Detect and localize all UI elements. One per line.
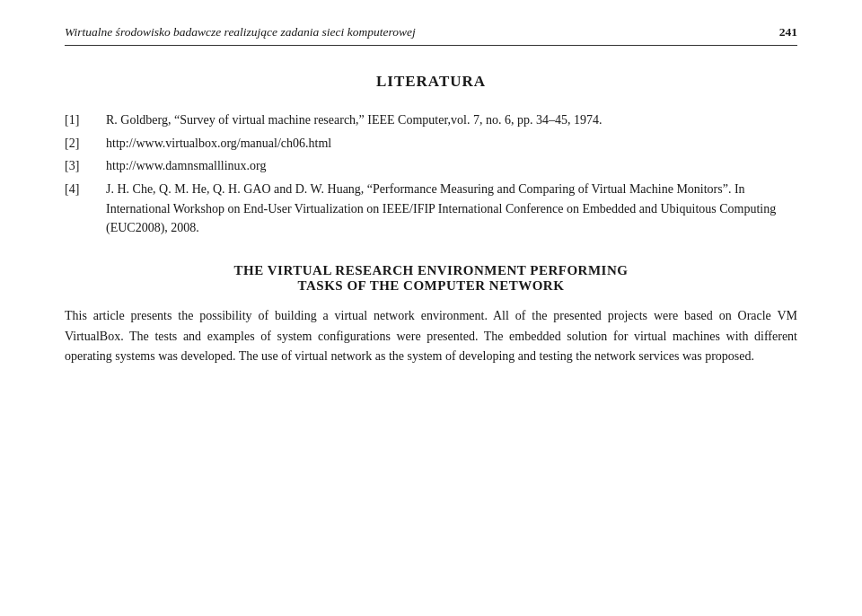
ref-text-4: J. H. Che, Q. M. He, Q. H. GAO and D. W.…: [106, 180, 797, 238]
ref-text-3: http://www.damnsmalllinux.org: [106, 156, 797, 176]
english-section-title: THE VIRTUAL RESEARCH ENVIRONMENT PERFORM…: [65, 263, 797, 294]
ref-num-1: [1]: [65, 110, 106, 130]
abstract-text: This article presents the possibility of…: [65, 306, 797, 366]
page: Wirtualne środowisko badawcze realizując…: [0, 0, 862, 616]
ref-num-3: [3]: [65, 156, 106, 176]
reference-item-1: [1] R. Goldberg, “Survey of virtual mach…: [65, 110, 797, 130]
ref-num-2: [2]: [65, 134, 106, 154]
reference-item-4: [4] J. H. Che, Q. M. He, Q. H. GAO and D…: [65, 180, 797, 238]
abstract-block: This article presents the possibility of…: [65, 306, 797, 366]
reference-item-2: [2] http://www.virtualbox.org/manual/ch0…: [65, 134, 797, 154]
english-title-line2: TASKS OF THE COMPUTER NETWORK: [65, 278, 797, 294]
english-title-line1: THE VIRTUAL RESEARCH ENVIRONMENT PERFORM…: [65, 263, 797, 278]
ref-text-1: R. Goldberg, “Survey of virtual machine …: [106, 110, 797, 130]
references-list: [1] R. Goldberg, “Survey of virtual mach…: [65, 110, 797, 238]
header-title: Wirtualne środowisko badawcze realizując…: [65, 25, 761, 40]
ref-num-4: [4]: [65, 180, 106, 199]
reference-item-3: [3] http://www.damnsmalllinux.org: [65, 156, 797, 176]
page-header: Wirtualne środowisko badawcze realizując…: [65, 25, 797, 46]
literatura-title: LITERATURA: [65, 73, 797, 91]
page-number: 241: [779, 25, 797, 40]
ref-text-2: http://www.virtualbox.org/manual/ch06.ht…: [106, 134, 797, 154]
